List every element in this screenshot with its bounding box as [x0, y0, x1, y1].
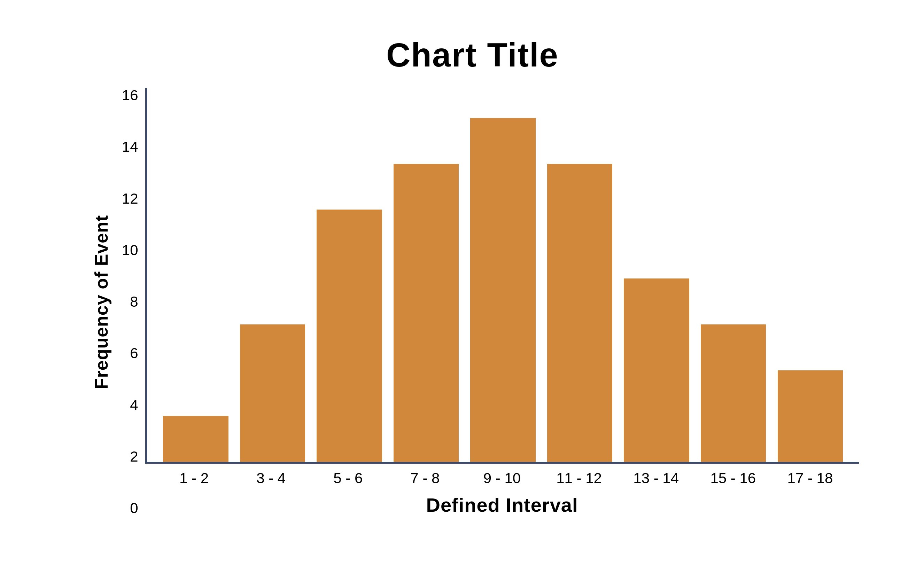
bar-group [388, 95, 465, 462]
y-tick: 6 [130, 346, 138, 361]
x-label: 13 - 14 [618, 464, 694, 487]
plot-area: 1614121086420 1 - 23 - 45 - 67 - 89 - 10… [117, 88, 859, 516]
bar [701, 325, 766, 462]
x-label: 5 - 6 [310, 464, 387, 487]
bar [778, 370, 843, 462]
bar-group [158, 95, 234, 462]
bar [240, 325, 305, 462]
x-label: 9 - 10 [464, 464, 540, 487]
x-label: 1 - 2 [156, 464, 232, 487]
bar [547, 164, 612, 462]
bar-group [541, 95, 618, 462]
bar-group [618, 95, 695, 462]
y-tick: 16 [122, 88, 138, 103]
y-tick: 0 [130, 501, 138, 515]
x-label: 17 - 18 [771, 464, 848, 487]
y-tick: 12 [122, 192, 138, 206]
x-label: 3 - 4 [232, 464, 310, 487]
bar-group [465, 95, 542, 462]
y-tick: 4 [130, 398, 138, 412]
chart-inner: 1614121086420 1 - 23 - 45 - 67 - 89 - 10… [117, 88, 859, 516]
y-tick: 14 [122, 139, 138, 154]
x-label: 7 - 8 [387, 464, 464, 487]
x-label: 11 - 12 [540, 464, 618, 487]
y-axis-label-container: Frequency of Event [86, 88, 117, 516]
bar [470, 118, 536, 462]
bar [316, 210, 382, 462]
bar [624, 279, 689, 462]
x-axis-title: Defined Interval [145, 494, 859, 516]
chart-title: Chart Title [386, 36, 559, 74]
bar [393, 164, 459, 462]
x-axis-labels: 1 - 23 - 45 - 67 - 89 - 1011 - 1213 - 14… [145, 464, 859, 487]
bar-group [311, 95, 388, 462]
y-axis: 1614121086420 [117, 88, 145, 516]
bar [163, 416, 228, 462]
chart-area: Frequency of Event 1614121086420 1 - 23 … [86, 88, 859, 516]
bar-group [772, 95, 849, 462]
bars-area [145, 88, 859, 464]
bars-and-axis: 1 - 23 - 45 - 67 - 89 - 1011 - 1213 - 14… [145, 88, 859, 516]
y-axis-label: Frequency of Event [91, 215, 112, 389]
bar-group [234, 95, 311, 462]
x-label: 15 - 16 [694, 464, 771, 487]
y-tick: 8 [130, 295, 138, 309]
y-tick: 2 [130, 449, 138, 464]
chart-container: Chart Title Frequency of Event 161412108… [44, 22, 880, 544]
y-tick: 10 [122, 243, 138, 258]
bar-group [695, 95, 772, 462]
